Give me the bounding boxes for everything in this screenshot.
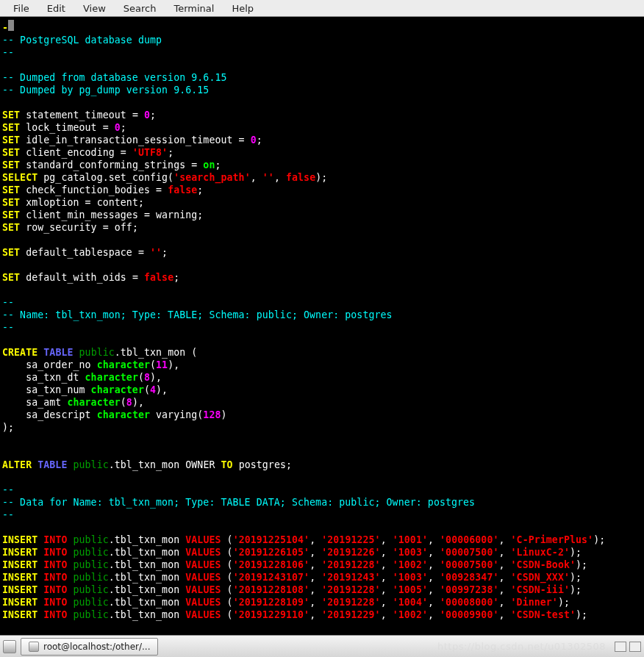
terminal-icon — [29, 642, 39, 652]
watermark-text: https://blog.csdn.net/u01302508 — [437, 641, 606, 652]
tray-icon-2[interactable] — [629, 642, 641, 652]
menu-edit[interactable]: Edit — [38, 1, 74, 15]
menu-view[interactable]: View — [74, 1, 115, 15]
menu-help[interactable]: Help — [223, 1, 262, 15]
system-tray — [615, 642, 641, 652]
start-icon[interactable] — [3, 640, 16, 653]
menu-file[interactable]: File — [4, 1, 38, 15]
taskbar: root@localhost:/other/... https://blog.c… — [0, 635, 644, 657]
menu-terminal[interactable]: Terminal — [165, 1, 223, 15]
tray-icon-1[interactable] — [615, 642, 626, 652]
taskbar-task-terminal[interactable]: root@localhost:/other/... — [21, 638, 158, 656]
menu-search[interactable]: Search — [115, 1, 165, 15]
taskbar-task-label: root@localhost:/other/... — [43, 642, 150, 652]
terminal-content[interactable]: - -- PostgreSQL database dump -- -- Dump… — [0, 17, 644, 633]
menubar: File Edit View Search Terminal Help — [0, 0, 644, 17]
